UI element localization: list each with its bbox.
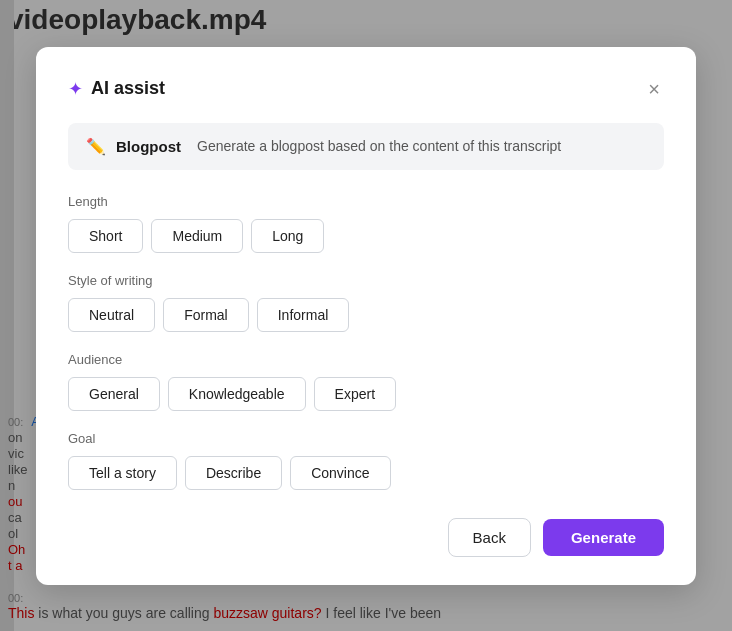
close-button[interactable]: × xyxy=(644,75,664,103)
length-short-button[interactable]: Short xyxy=(68,219,143,253)
goal-section: Goal Tell a story Describe Convince xyxy=(68,431,664,490)
audience-knowledgeable-button[interactable]: Knowledgeable xyxy=(168,377,306,411)
blogpost-description: Generate a blogpost based on the content… xyxy=(197,138,561,154)
audience-options: General Knowledgeable Expert xyxy=(68,377,664,411)
modal-title: AI assist xyxy=(91,78,165,99)
goal-convince-button[interactable]: Convince xyxy=(290,456,390,490)
audience-general-button[interactable]: General xyxy=(68,377,160,411)
goal-describe-button[interactable]: Describe xyxy=(185,456,282,490)
modal-dialog: ✦ AI assist × ✏️ Blogpost Generate a blo… xyxy=(36,47,696,585)
modal-overlay: ✦ AI assist × ✏️ Blogpost Generate a blo… xyxy=(0,0,732,631)
goal-tell-story-button[interactable]: Tell a story xyxy=(68,456,177,490)
blogpost-banner: ✏️ Blogpost Generate a blogpost based on… xyxy=(68,123,664,170)
length-medium-button[interactable]: Medium xyxy=(151,219,243,253)
modal-footer: Back Generate xyxy=(68,518,664,557)
length-section: Length Short Medium Long xyxy=(68,194,664,253)
goal-label: Goal xyxy=(68,431,664,446)
generate-button[interactable]: Generate xyxy=(543,519,664,556)
style-informal-button[interactable]: Informal xyxy=(257,298,350,332)
audience-label: Audience xyxy=(68,352,664,367)
length-options: Short Medium Long xyxy=(68,219,664,253)
ai-assist-icon: ✦ xyxy=(68,78,83,100)
modal-header: ✦ AI assist × xyxy=(68,75,664,103)
style-options: Neutral Formal Informal xyxy=(68,298,664,332)
style-formal-button[interactable]: Formal xyxy=(163,298,249,332)
style-label: Style of writing xyxy=(68,273,664,288)
style-neutral-button[interactable]: Neutral xyxy=(68,298,155,332)
style-section: Style of writing Neutral Formal Informal xyxy=(68,273,664,332)
audience-expert-button[interactable]: Expert xyxy=(314,377,396,411)
blogpost-label: Blogpost xyxy=(116,138,181,155)
blogpost-icon: ✏️ xyxy=(86,137,106,156)
audience-section: Audience General Knowledgeable Expert xyxy=(68,352,664,411)
length-label: Length xyxy=(68,194,664,209)
modal-title-group: ✦ AI assist xyxy=(68,78,165,100)
goal-options: Tell a story Describe Convince xyxy=(68,456,664,490)
length-long-button[interactable]: Long xyxy=(251,219,324,253)
back-button[interactable]: Back xyxy=(448,518,531,557)
